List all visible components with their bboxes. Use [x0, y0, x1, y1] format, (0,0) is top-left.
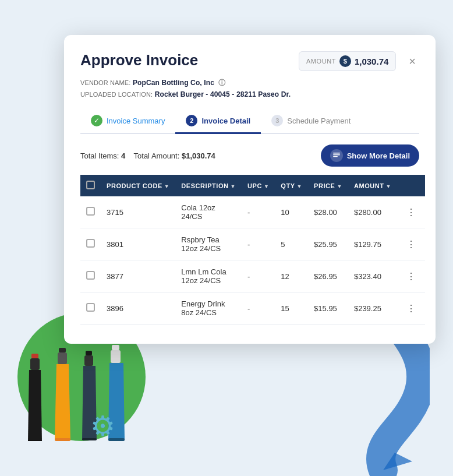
- col-price[interactable]: PRICE▼: [308, 175, 348, 196]
- row-price: $26.95: [308, 260, 348, 292]
- show-detail-button[interactable]: Show More Detail: [321, 144, 419, 167]
- location-label: UPLOADED LOCATION:: [80, 91, 153, 98]
- tab-schedule-payment-label: Schedule Payment: [287, 117, 351, 125]
- row-description: Lmn Lm Cola 12oz 24/CS: [175, 260, 242, 292]
- row-amount: $129.75: [348, 228, 397, 260]
- svg-rect-1: [30, 358, 40, 370]
- tab-invoice-summary-label: Invoice Summary: [107, 117, 165, 125]
- row-price: $15.95: [308, 292, 348, 325]
- amount-sort-icon: ▼: [386, 184, 391, 189]
- svg-rect-4: [58, 352, 67, 364]
- col-qty[interactable]: QTY▼: [275, 175, 308, 196]
- tab-schedule-payment[interactable]: 3 Schedule Payment: [261, 109, 361, 134]
- vendor-row: VENDOR NAME: PopCan Bottling Co, Inc ⓘ: [80, 78, 419, 88]
- row-amount: $280.00: [348, 196, 397, 228]
- tabs-container: ✓ Invoice Summary 2 Invoice Detail 3 Sch…: [80, 109, 419, 134]
- amount-icon: $: [339, 55, 351, 67]
- row-price: $28.00: [308, 196, 348, 228]
- show-detail-label: Show More Detail: [347, 151, 410, 160]
- total-amount-value: $1,030.74: [182, 151, 215, 160]
- col-description[interactable]: DESCRIPTION▼: [175, 175, 242, 196]
- svg-rect-12: [333, 153, 340, 154]
- amount-value: 1,030.74: [355, 57, 388, 66]
- detail-icon: [330, 149, 343, 162]
- header-checkbox[interactable]: [86, 181, 95, 189]
- row-actions-button-1[interactable]: ⋮: [403, 238, 419, 251]
- table-row: 3715 Cola 12oz 24/CS - 10 $28.00 $280.00…: [80, 196, 425, 228]
- modal-header: Approve Invoice AMOUNT $ 1,030.74 ×: [80, 51, 419, 71]
- price-sort-icon: ▼: [337, 184, 342, 189]
- svg-rect-3: [59, 348, 66, 352]
- total-items-label: Total Items:: [80, 151, 119, 160]
- col-amount[interactable]: AMOUNT▼: [348, 175, 397, 196]
- modal-card: Approve Invoice AMOUNT $ 1,030.74 × VEND…: [64, 35, 436, 344]
- location-name: Rocket Burger - 40045 - 28211 Paseo Dr.: [155, 90, 291, 98]
- row-checkbox-0[interactable]: [86, 207, 95, 216]
- row-qty: 5: [275, 228, 308, 260]
- total-items-value: 4: [121, 151, 125, 160]
- row-checkbox-1[interactable]: [86, 239, 95, 248]
- row-checkbox-cell: [80, 196, 101, 228]
- modal-title: Approve Invoice: [80, 51, 198, 69]
- row-product-code: 3801: [101, 228, 175, 260]
- close-button[interactable]: ×: [405, 54, 419, 69]
- col-checkbox: [80, 175, 101, 196]
- tab-invoice-detail-label: Invoice Detail: [201, 117, 250, 125]
- row-checkbox-cell: [80, 228, 101, 260]
- info-icon: ⓘ: [218, 79, 225, 87]
- row-qty: 15: [275, 292, 308, 325]
- amount-badge: AMOUNT $ 1,030.74: [299, 51, 396, 71]
- row-description: Cola 12oz 24/CS: [175, 196, 242, 228]
- location-row: UPLOADED LOCATION: Rocket Burger - 40045…: [80, 90, 419, 98]
- row-upc: -: [242, 260, 275, 292]
- svg-rect-0: [31, 354, 38, 358]
- tab-invoice-summary[interactable]: ✓ Invoice Summary: [80, 109, 175, 134]
- row-price: $25.95: [308, 228, 348, 260]
- row-upc: -: [242, 228, 275, 260]
- table-row: 3877 Lmn Lm Cola 12oz 24/CS - 12 $26.95 …: [80, 260, 425, 292]
- table-row: 3896 Energy Drink 8oz 24/CS - 15 $15.95 …: [80, 292, 425, 325]
- tab-check-icon: ✓: [91, 115, 102, 126]
- row-actions-cell: ⋮: [397, 196, 425, 228]
- row-actions-cell: ⋮: [397, 260, 425, 292]
- total-amount-label: Total Amount:: [134, 151, 180, 160]
- svg-rect-2: [28, 440, 42, 441]
- product-code-sort-icon: ▼: [164, 184, 169, 189]
- col-product-code[interactable]: PRODUCT CODE▼: [101, 175, 175, 196]
- svg-rect-6: [86, 351, 92, 355]
- row-amount: $239.25: [348, 292, 397, 325]
- row-product-code: 3896: [101, 292, 175, 325]
- tab-invoice-detail[interactable]: 2 Invoice Detail: [175, 109, 261, 134]
- svg-rect-10: [111, 350, 121, 363]
- tab-payment-num: 3: [271, 115, 283, 126]
- row-checkbox-cell: [80, 260, 101, 292]
- tab-detail-num: 2: [186, 115, 197, 126]
- description-sort-icon: ▼: [231, 184, 236, 189]
- col-upc[interactable]: UPC▼: [242, 175, 275, 196]
- row-actions-cell: ⋮: [397, 228, 425, 260]
- row-actions-button-2[interactable]: ⋮: [403, 270, 419, 283]
- vendor-name: PopCan Bottling Co, Inc: [133, 79, 214, 87]
- svg-rect-13: [333, 154, 340, 156]
- row-description: Rspbry Tea 12oz 24/CS: [175, 228, 242, 260]
- gear-icon: ⚙: [90, 410, 115, 442]
- row-product-code: 3877: [101, 260, 175, 292]
- row-product-code: 3715: [101, 196, 175, 228]
- summary-bar: Total Items: 4 Total Amount: $1,030.74 S…: [80, 144, 419, 167]
- svg-rect-14: [333, 156, 338, 157]
- svg-rect-7: [84, 355, 93, 366]
- row-qty: 10: [275, 196, 308, 228]
- vendor-label: VENDOR NAME:: [80, 79, 130, 86]
- summary-text: Total Items: 4 Total Amount: $1,030.74: [80, 151, 215, 160]
- row-actions-button-3[interactable]: ⋮: [403, 302, 419, 315]
- row-checkbox-3[interactable]: [86, 303, 95, 312]
- row-amount: $323.40: [348, 260, 397, 292]
- row-checkbox-2[interactable]: [86, 271, 95, 280]
- table-row: 3801 Rspbry Tea 12oz 24/CS - 5 $25.95 $1…: [80, 228, 425, 260]
- row-actions-button-0[interactable]: ⋮: [403, 206, 419, 219]
- upc-sort-icon: ▼: [264, 184, 269, 189]
- row-checkbox-cell: [80, 292, 101, 325]
- row-description: Energy Drink 8oz 24/CS: [175, 292, 242, 325]
- col-actions: [397, 175, 425, 196]
- invoice-table: PRODUCT CODE▼ DESCRIPTION▼ UPC▼ QTY▼ PRI…: [80, 175, 425, 325]
